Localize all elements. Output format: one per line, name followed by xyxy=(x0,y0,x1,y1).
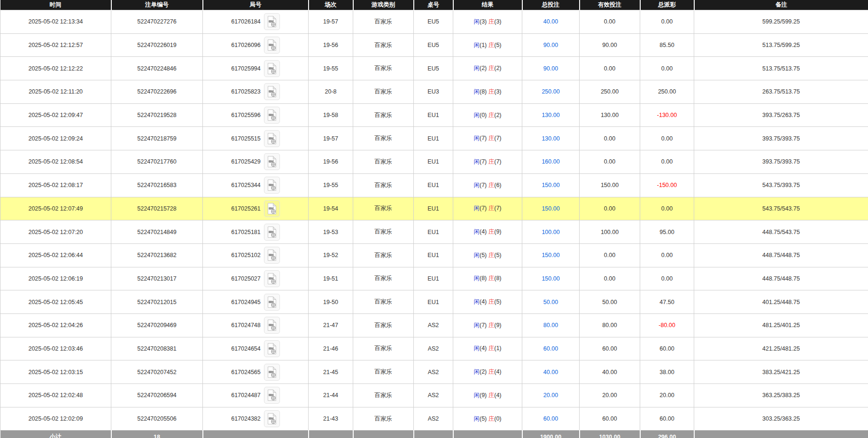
subtotal-label: 小计 xyxy=(0,430,111,438)
player-label: 闲 xyxy=(473,345,480,352)
round-number-group: 617026184 xyxy=(203,13,308,30)
round-video-button[interactable] xyxy=(264,177,280,194)
cell-game-type: 百家乐 xyxy=(353,313,414,337)
table-row[interactable]: 2025-05-02 12:12:57522470226019617026096… xyxy=(0,33,868,57)
cell-remark: 543.75/543.75 xyxy=(694,197,868,220)
table-row[interactable]: 2025-05-02 12:07:49522470215728617025261… xyxy=(0,197,868,220)
round-number: 617024487 xyxy=(231,392,261,399)
banker-score: (5) xyxy=(494,298,501,305)
round-video-button[interactable] xyxy=(264,247,280,264)
cell-game-type: 百家乐 xyxy=(353,127,414,150)
banker-score: (6) xyxy=(494,182,501,188)
table-row[interactable]: 2025-05-02 12:03:15522470207452617024565… xyxy=(0,360,868,384)
round-video-button[interactable] xyxy=(264,60,280,77)
player-label: 闲 xyxy=(473,42,480,48)
banker-label: 庄 xyxy=(488,415,495,422)
cell-result: 闲(4) 庄(9) xyxy=(453,220,522,244)
cell-round: 617025429 xyxy=(203,150,309,174)
round-number: 617025429 xyxy=(231,158,261,165)
cell-session: 21-47 xyxy=(309,313,353,337)
round-number: 617024945 xyxy=(231,299,261,305)
cell-total-bet: 130.00 xyxy=(522,103,580,127)
cell-table-no: AS2 xyxy=(414,360,453,384)
cell-round: 617025515 xyxy=(203,127,309,150)
cell-table-no: EU5 xyxy=(414,57,453,80)
round-video-button[interactable] xyxy=(264,340,280,357)
player-score: (4) xyxy=(480,345,488,352)
table-row[interactable]: 2025-05-02 12:02:48522470206594617024487… xyxy=(0,384,868,407)
column-header-remark: 备注 xyxy=(694,0,868,10)
table-row[interactable]: 2025-05-02 12:09:24522470218759617025515… xyxy=(0,127,868,150)
round-video-button[interactable] xyxy=(264,200,280,217)
cell-valid-bet: 0.00 xyxy=(580,57,640,80)
table-row[interactable]: 2025-05-02 12:11:20522470222696617025823… xyxy=(0,80,868,104)
cell-bet-id: 522470217760 xyxy=(111,150,203,174)
table-footer: 小计 18 1900.00 1030.00 296.00 xyxy=(0,430,868,438)
table-row[interactable]: 2025-05-02 12:05:45522470212015617024945… xyxy=(0,290,868,314)
round-video-button[interactable] xyxy=(264,107,280,124)
cell-valid-bet: 80.00 xyxy=(580,313,640,337)
round-video-button[interactable] xyxy=(264,387,280,404)
cell-payout: 0.00 xyxy=(640,197,694,220)
round-number-group: 617025515 xyxy=(203,130,308,147)
cell-table-no: AS2 xyxy=(414,407,453,430)
table-row[interactable]: 2025-05-02 12:06:19522470213017617025027… xyxy=(0,267,868,290)
round-video-button[interactable] xyxy=(264,270,280,287)
cell-game-type: 百家乐 xyxy=(353,80,414,104)
cell-game-type: 百家乐 xyxy=(353,360,414,384)
cell-bet-id: 522470212015 xyxy=(111,290,203,314)
cell-total-bet: 160.00 xyxy=(522,150,580,174)
cell-remark: 421.25/481.25 xyxy=(694,337,868,360)
table-row[interactable]: 2025-05-02 12:08:17522470216583617025344… xyxy=(0,173,868,197)
cell-valid-bet: 60.00 xyxy=(580,407,640,430)
round-video-button[interactable] xyxy=(264,37,280,54)
round-video-button[interactable] xyxy=(264,294,280,311)
banker-score: (2) xyxy=(494,112,501,118)
round-number: 617025596 xyxy=(231,112,261,118)
cell-session: 21-43 xyxy=(309,407,353,430)
table-row[interactable]: 2025-05-02 12:02:09522470205506617024382… xyxy=(0,407,868,430)
table-row[interactable]: 2025-05-02 12:07:20522470214849617025181… xyxy=(0,220,868,244)
round-number: 617025823 xyxy=(231,88,261,95)
round-video-button[interactable] xyxy=(264,13,280,30)
round-video-button[interactable] xyxy=(264,153,280,170)
cell-remark: 448.75/448.75 xyxy=(694,267,868,290)
round-number: 617024654 xyxy=(231,345,261,352)
round-number: 617025994 xyxy=(231,65,261,72)
cell-payout: 0.00 xyxy=(640,150,694,174)
film-document-icon xyxy=(267,249,277,261)
cell-result: 闲(9) 庄(4) xyxy=(453,384,522,407)
cell-remark: 599.25/599.25 xyxy=(694,10,868,34)
table-row[interactable]: 2025-05-02 12:04:26522470209469617024748… xyxy=(0,313,868,337)
banker-score: (4) xyxy=(494,392,501,399)
round-video-button[interactable] xyxy=(264,410,280,427)
table-row[interactable]: 2025-05-02 12:09:47522470219528617025596… xyxy=(0,103,868,127)
banker-score: (3) xyxy=(494,88,501,95)
table-row[interactable]: 2025-05-02 12:13:34522470227276617026184… xyxy=(0,10,868,34)
cell-remark: 303.25/363.25 xyxy=(694,407,868,430)
cell-round: 617025261 xyxy=(203,197,309,220)
column-header-table_no: 桌号 xyxy=(414,0,453,10)
table-row[interactable]: 2025-05-02 12:08:54522470217760617025429… xyxy=(0,150,868,174)
round-number-group: 617024487 xyxy=(203,387,308,404)
banker-score: (4) xyxy=(494,368,501,375)
cell-bet-id: 522470219528 xyxy=(111,103,203,127)
player-label: 闲 xyxy=(473,88,480,95)
film-document-icon xyxy=(267,413,277,425)
round-video-button[interactable] xyxy=(264,130,280,147)
cell-table-no: EU1 xyxy=(414,267,453,290)
subtotal-empty-session xyxy=(309,430,353,438)
round-video-button[interactable] xyxy=(264,317,280,334)
player-label: 闲 xyxy=(473,322,480,328)
round-video-button[interactable] xyxy=(264,224,280,241)
banker-label: 庄 xyxy=(488,322,495,328)
banker-score: (7) xyxy=(494,158,501,165)
table-row[interactable]: 2025-05-02 12:12:22522470224846617025994… xyxy=(0,57,868,80)
round-video-button[interactable] xyxy=(264,364,280,381)
banker-label: 庄 xyxy=(488,88,495,95)
round-video-button[interactable] xyxy=(264,83,280,100)
cell-game-type: 百家乐 xyxy=(353,10,414,34)
table-row[interactable]: 2025-05-02 12:03:46522470208381617024654… xyxy=(0,337,868,360)
cell-total-bet: 150.00 xyxy=(522,267,580,290)
table-row[interactable]: 2025-05-02 12:06:44522470213682617025102… xyxy=(0,243,868,267)
